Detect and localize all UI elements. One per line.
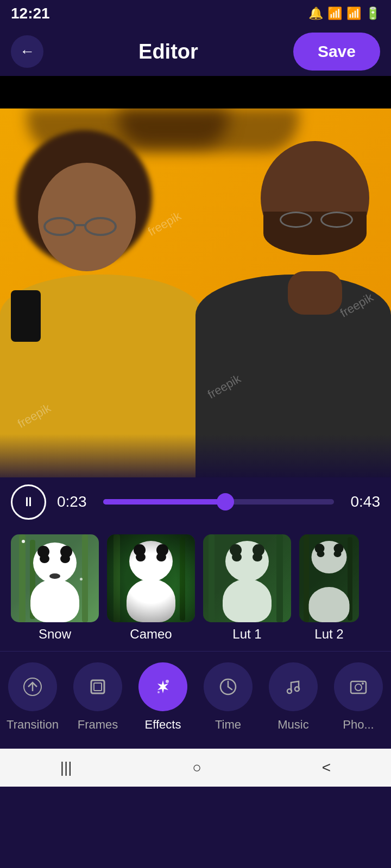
svg-point-12	[362, 682, 364, 685]
effect-thumb-snow	[11, 534, 99, 622]
nav-time-label: Time	[215, 718, 241, 732]
battery-icon: 🔋	[365, 7, 380, 21]
cameo-vignette	[107, 534, 195, 622]
svg-point-9	[295, 687, 299, 691]
header: ← Editor Save	[0, 27, 391, 76]
bottom-nav: Transition Frames Effects	[0, 651, 391, 749]
lut1-tint	[203, 534, 291, 622]
nav-effects-label: Effects	[145, 718, 181, 732]
nav-frames[interactable]: Frames	[65, 662, 130, 732]
snow-dot4	[80, 578, 83, 580]
nav-music[interactable]: Music	[261, 662, 326, 732]
panda-head-snow	[33, 542, 77, 583]
status-bar: 12:21 🔔 📶 📶 🔋	[0, 0, 391, 27]
nav-transition-label: Transition	[7, 718, 59, 732]
android-home-btn[interactable]: ○	[192, 759, 201, 776]
video-top-bar	[0, 76, 391, 108]
effect-lut1[interactable]: Lut 1	[203, 534, 291, 643]
effect-lut2[interactable]: Lut 2	[299, 534, 359, 643]
man-hand	[288, 271, 342, 315]
page-title: Editor	[138, 40, 198, 63]
video-preview: freepik freepik freepik freepik	[0, 108, 391, 477]
bamboo1	[19, 534, 26, 622]
transition-icon-circle	[8, 662, 57, 711]
status-icons: 🔔 📶 📶 🔋	[308, 7, 380, 21]
video-bottom-fade	[0, 434, 391, 477]
effect-lut1-label: Lut 1	[232, 627, 261, 642]
effect-snow[interactable]: Snow	[11, 534, 99, 643]
frames-icon	[87, 676, 109, 698]
panda-nose-snow	[49, 573, 60, 579]
transition-icon	[22, 676, 43, 698]
bamboo3	[82, 534, 88, 622]
android-menu-btn[interactable]: |||	[60, 759, 72, 776]
status-time: 12:21	[11, 5, 50, 22]
svg-point-8	[287, 689, 292, 693]
man-glasses-r	[280, 212, 312, 228]
svg-rect-2	[94, 683, 102, 691]
effects-icon-circle	[138, 662, 187, 711]
photo-scene: freepik freepik freepik freepik	[0, 108, 391, 477]
total-time: 0:43	[345, 493, 380, 510]
android-nav: ||| ○ <	[0, 749, 391, 787]
snow-dot1	[22, 540, 25, 543]
nav-frames-label: Frames	[78, 718, 118, 732]
effects-strip: Snow Cameo	[0, 526, 391, 651]
svg-line-7	[228, 687, 232, 690]
effect-thumb-lut2	[299, 534, 359, 622]
nav-effects[interactable]: Effects	[130, 662, 195, 732]
time-icon	[217, 676, 239, 698]
svg-point-3	[166, 680, 169, 683]
glasses-left	[43, 217, 76, 236]
panda-eye-l-snow	[40, 554, 49, 563]
effect-snow-label: Snow	[39, 627, 71, 642]
current-time: 0:23	[57, 493, 92, 510]
nav-photo[interactable]: Pho...	[326, 662, 391, 732]
man-glasses-l	[320, 212, 353, 228]
progress-fill	[103, 499, 225, 505]
phone-prop	[11, 290, 41, 342]
time-icon-circle	[204, 662, 253, 711]
effect-thumb-cameo	[107, 534, 195, 622]
svg-rect-1	[91, 680, 104, 693]
music-icon	[282, 676, 304, 698]
effect-lut2-label: Lut 2	[314, 627, 343, 642]
woman-face	[38, 163, 136, 271]
back-button[interactable]: ←	[11, 35, 43, 68]
signal2-icon: 📶	[346, 7, 361, 21]
nav-transition[interactable]: Transition	[0, 662, 65, 732]
nav-photo-label: Pho...	[343, 718, 374, 732]
effects-icon	[152, 676, 174, 698]
headphones	[71, 326, 109, 336]
glasses-bridge	[75, 224, 86, 226]
effect-cameo-label: Cameo	[130, 627, 172, 642]
blur-top-2	[119, 108, 228, 146]
music-icon-circle	[269, 662, 318, 711]
pause-icon: ⏸	[22, 494, 35, 509]
save-button[interactable]: Save	[293, 33, 380, 71]
frames-icon-circle	[73, 662, 122, 711]
progress-thumb[interactable]	[217, 493, 234, 510]
glasses-right	[84, 217, 117, 236]
back-icon: ←	[20, 43, 35, 60]
photo-icon	[348, 676, 369, 698]
snow-dot3	[38, 564, 42, 568]
effect-cameo[interactable]: Cameo	[107, 534, 195, 643]
pause-button[interactable]: ⏸	[11, 484, 46, 520]
alarm-icon: 🔔	[308, 7, 323, 21]
panda-eye-r-snow	[60, 554, 70, 563]
panda-body-snow	[30, 579, 79, 622]
signal-icon: 📶	[327, 7, 342, 21]
effect-thumb-lut1	[203, 534, 291, 622]
svg-point-11	[355, 684, 362, 691]
playback-bar: ⏸ 0:23 0:43	[0, 477, 391, 526]
photo-icon-circle	[334, 662, 383, 711]
lut2-tint	[299, 534, 359, 622]
android-back-btn[interactable]: <	[322, 759, 331, 776]
progress-bar[interactable]	[103, 499, 334, 505]
nav-music-label: Music	[278, 718, 308, 732]
nav-time[interactable]: Time	[195, 662, 261, 732]
svg-point-4	[157, 691, 160, 693]
snow-dot2	[54, 551, 57, 553]
